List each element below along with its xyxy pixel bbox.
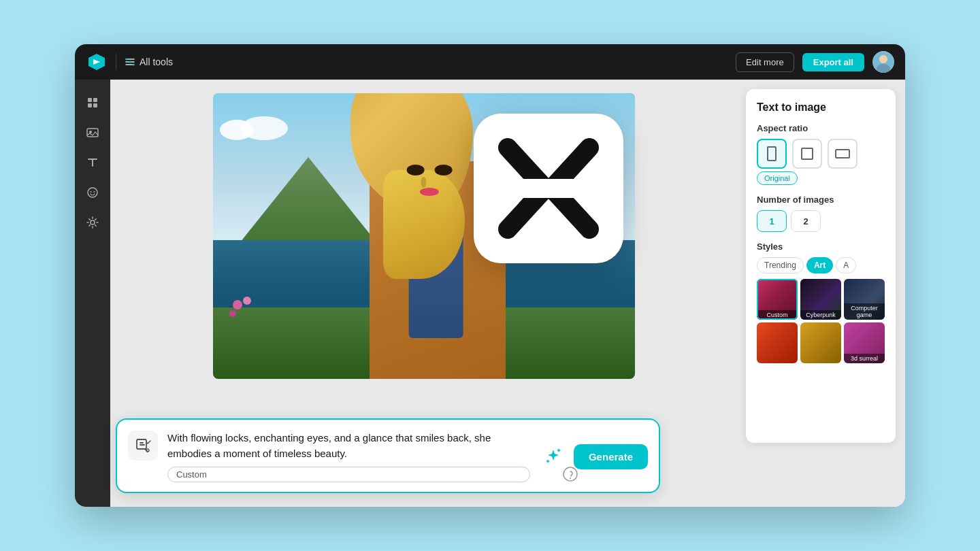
sidebar-media-button[interactable]	[80, 120, 105, 145]
style-thumb-custom-label: Custom	[757, 310, 798, 320]
aspect-square-icon	[801, 148, 813, 160]
aspect-landscape-button[interactable]	[828, 139, 858, 169]
num-2-button[interactable]: 2	[791, 210, 821, 232]
svg-rect-6	[88, 98, 92, 102]
svg-rect-7	[93, 98, 97, 102]
style-thumb-computer-game-label: Computer game	[844, 303, 885, 320]
topbar: All tools Edit more Export all	[75, 44, 905, 80]
svg-point-2	[133, 64, 135, 66]
svg-point-20	[570, 478, 571, 479]
num-1-button[interactable]: 1	[757, 210, 787, 232]
style-tab-art[interactable]: Art	[806, 257, 833, 273]
styles-grid: Custom Cyberpunk Computer game	[757, 279, 885, 363]
sidebar-sticker-button[interactable]	[80, 180, 105, 205]
style-thumb-cyberpunk[interactable]: Cyberpunk	[800, 279, 841, 320]
style-thumb-row2a[interactable]	[757, 322, 798, 363]
styles-label: Styles	[757, 241, 885, 252]
svg-point-15	[91, 220, 95, 224]
right-panel: Text to image Aspect ratio Original	[746, 89, 896, 443]
all-tools-label: All tools	[140, 56, 173, 67]
aspect-square-button[interactable]	[792, 139, 822, 169]
sidebar-home-button[interactable]	[80, 90, 105, 115]
canvas-area: With flowing locks, enchanting eyes, and…	[75, 80, 746, 507]
svg-rect-17	[137, 439, 146, 449]
aspect-ratio-group	[757, 139, 885, 169]
aspect-portrait-icon	[767, 146, 777, 161]
right-hint-icon[interactable]	[558, 462, 583, 486]
svg-point-11	[89, 131, 92, 133]
prompt-style-tag[interactable]: Custom	[167, 467, 530, 482]
sidebar-effects-button[interactable]	[80, 210, 105, 235]
capcut-logo-overlay	[474, 114, 623, 263]
app-window: All tools Edit more Export all	[75, 44, 905, 507]
topbar-divider	[116, 54, 116, 70]
svg-point-4	[879, 55, 887, 63]
svg-rect-8	[88, 103, 92, 107]
aspect-portrait-button[interactable]	[757, 139, 787, 169]
svg-point-12	[88, 188, 97, 197]
num-images-label: Number of images	[757, 195, 885, 205]
generate-button[interactable]: Generate	[574, 444, 648, 469]
number-group: 1 2	[757, 210, 885, 232]
user-avatar[interactable]	[872, 51, 894, 73]
sidebar-text-button[interactable]	[80, 150, 105, 175]
aspect-ratio-label: Aspect ratio	[757, 123, 885, 133]
aspect-active-tag[interactable]: Original	[757, 171, 798, 185]
style-thumb-3d-surreal[interactable]: 3d surreal	[844, 322, 885, 363]
svg-rect-9	[93, 103, 97, 107]
style-thumb-cyberpunk-label: Cyberpunk	[800, 310, 841, 320]
style-thumb-custom[interactable]: Custom	[757, 279, 798, 320]
svg-point-18	[146, 449, 149, 452]
svg-rect-16	[501, 179, 596, 198]
style-tab-trending[interactable]: Trending	[757, 257, 804, 273]
num-images-section: Number of images 1 2	[757, 195, 885, 232]
styles-tabs: Trending Art A	[757, 257, 885, 273]
prompt-actions: Generate	[540, 443, 648, 470]
styles-section: Styles Trending Art A Custom Cyberpunk	[757, 241, 885, 363]
svg-point-0	[126, 59, 128, 61]
style-thumb-3d-surreal-label: 3d surreal	[844, 354, 885, 363]
export-all-button[interactable]: Export all	[802, 53, 864, 71]
aspect-label-row: Original	[757, 171, 885, 185]
main-content: With flowing locks, enchanting eyes, and…	[75, 80, 905, 507]
svg-point-1	[129, 61, 131, 63]
prompt-icon-box	[128, 431, 158, 461]
left-sidebar	[75, 80, 110, 507]
prompt-text-area: With flowing locks, enchanting eyes, and…	[167, 431, 530, 482]
all-tools-button[interactable]: All tools	[125, 56, 173, 67]
style-thumb-row2b[interactable]	[800, 322, 841, 363]
edit-more-button[interactable]: Edit more	[736, 52, 794, 72]
prompt-text[interactable]: With flowing locks, enchanting eyes, and…	[167, 431, 530, 461]
aspect-landscape-icon	[835, 149, 850, 158]
aspect-ratio-section: Aspect ratio Original	[757, 123, 885, 185]
capcut-logo[interactable]	[86, 51, 108, 73]
style-thumb-computer-game[interactable]: Computer game	[844, 279, 885, 320]
svg-point-13	[91, 191, 92, 193]
svg-point-14	[94, 191, 95, 193]
panel-title: Text to image	[757, 101, 885, 114]
style-tab-more[interactable]: A	[836, 257, 856, 273]
